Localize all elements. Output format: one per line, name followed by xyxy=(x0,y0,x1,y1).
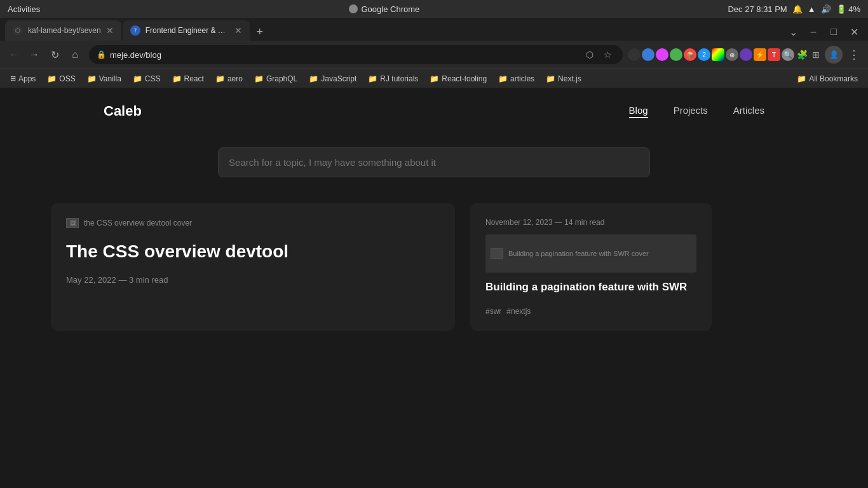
side-post-cover-alt: Building a pagination feature with SWR c… xyxy=(508,250,649,257)
datetime: Dec 27 8:31 PM xyxy=(728,4,787,14)
ext-icon-5[interactable]: 📦 xyxy=(684,48,696,61)
bookmark-graphql[interactable]: 📁 GraphQL xyxy=(249,73,302,85)
home-button[interactable]: ⌂ xyxy=(66,46,84,64)
post-meta: May 22, 2022 — 3 min read xyxy=(66,275,440,285)
tab-kaf-lamed[interactable]: ⬡ kaf-lamed-beyt/seven ✕ xyxy=(5,20,121,41)
bookmark-articles-label: articles xyxy=(510,74,534,83)
bookmark-css[interactable]: 📁 CSS xyxy=(128,73,166,85)
close-button[interactable]: ✕ xyxy=(845,23,863,41)
website-content: Caleb Blog Projects Articles 🖼 the CSS o… xyxy=(0,88,868,488)
back-button[interactable]: ← xyxy=(5,46,23,64)
bookmark-react-label: React xyxy=(184,74,204,83)
tab-label-2: Frontend Engineer & Edu... xyxy=(146,26,229,35)
tab-search-button[interactable]: ⌄ xyxy=(784,23,802,41)
folder-icon-react: 📁 xyxy=(172,74,182,83)
ext-icon-2[interactable] xyxy=(642,48,654,61)
side-post-card[interactable]: November 12, 2023 — 14 min read Building… xyxy=(470,203,712,331)
bookmark-aero-label: aero xyxy=(227,74,243,83)
bookmark-all-bookmarks[interactable]: 📁 All Bookmarks xyxy=(792,73,863,85)
nav-blog[interactable]: Blog xyxy=(629,105,648,118)
bookmark-vanilla-label: Vanilla xyxy=(99,74,121,83)
forward-button[interactable]: → xyxy=(25,46,43,64)
chrome-menu-button[interactable]: ⋮ xyxy=(845,46,863,64)
tab-frontend[interactable]: 7 Frontend Engineer & Edu... ✕ xyxy=(123,20,250,41)
app-name: Google Chrome xyxy=(362,4,420,14)
bookmark-nextjs-label: Next.js xyxy=(558,74,581,83)
folder-icon-articles: 📁 xyxy=(498,74,508,83)
bookmark-react-tooling[interactable]: 📁 React-tooling xyxy=(424,73,492,85)
bookmark-apps[interactable]: ⊞ Apps xyxy=(5,73,41,85)
tab-close-1[interactable]: ✕ xyxy=(106,25,114,36)
os-topbar: Activities Google Chrome Dec 27 8:31 PM … xyxy=(0,0,868,18)
tab-bar-controls: ⌄ – □ ✕ xyxy=(784,23,863,41)
folder-icon-all: 📁 xyxy=(797,74,806,83)
posts-grid: 🖼 the CSS overview devtool cover The CSS… xyxy=(0,203,763,356)
minimize-button[interactable]: – xyxy=(804,23,822,41)
folder-icon-aero: 📁 xyxy=(215,74,225,83)
extensions-button[interactable]: 🧩 xyxy=(796,48,808,61)
address-text: meje.dev/blog xyxy=(110,50,578,60)
folder-icon-vanilla: 📁 xyxy=(87,74,97,83)
ext-icon-12[interactable]: 🔍 xyxy=(782,48,794,61)
bookmark-react-tooling-label: React-tooling xyxy=(442,74,487,83)
tab-close-2[interactable]: ✕ xyxy=(234,25,242,36)
post-cover-image: 🖼 xyxy=(66,218,79,228)
address-bar: ← → ↻ ⌂ 🔒 meje.dev/blog ⬡ ☆ 📦 2 ⊕ ⚡ T 🔍 … xyxy=(0,41,868,69)
ext-icon-11[interactable]: T xyxy=(768,48,780,61)
ext-icon-1[interactable] xyxy=(628,48,641,61)
ext-icon-10[interactable]: ⚡ xyxy=(754,48,766,61)
bookmark-rj-tutorials[interactable]: 📁 RJ tutorials xyxy=(363,73,423,85)
bookmark-vanilla[interactable]: 📁 Vanilla xyxy=(82,73,126,85)
folder-icon-react-tooling: 📁 xyxy=(430,74,439,83)
profile-button[interactable]: 👤 xyxy=(825,46,843,64)
bookmark-javascript[interactable]: 📁 JavaScript xyxy=(304,73,362,85)
folder-icon-oss: 📁 xyxy=(47,74,57,83)
bookmark-oss[interactable]: 📁 OSS xyxy=(42,73,80,85)
chrome-favicon xyxy=(349,4,358,13)
security-lock-icon: 🔒 xyxy=(97,50,106,59)
bookmark-react[interactable]: 📁 React xyxy=(167,73,209,85)
address-input-container[interactable]: 🔒 meje.dev/blog ⬡ ☆ xyxy=(89,45,623,64)
search-container xyxy=(218,147,650,177)
ext-icon-7[interactable] xyxy=(712,48,724,61)
bookmark-apps-label: Apps xyxy=(18,74,36,83)
bookmark-star-button[interactable]: ☆ xyxy=(600,47,615,62)
folder-icon-nextjs: 📁 xyxy=(546,74,555,83)
search-input[interactable] xyxy=(218,147,650,177)
bookmark-graphql-label: GraphQL xyxy=(266,74,297,83)
maximize-button[interactable]: □ xyxy=(825,23,843,41)
side-post-meta: November 12, 2023 — 14 min read xyxy=(485,218,696,227)
bookmark-aero[interactable]: 📁 aero xyxy=(210,73,248,85)
main-post-card[interactable]: 🖼 the CSS overview devtool cover The CSS… xyxy=(51,203,455,331)
bookmark-articles[interactable]: 📁 articles xyxy=(493,73,539,85)
bookmarks-bar: ⊞ Apps 📁 OSS 📁 Vanilla 📁 CSS 📁 React 📁 a… xyxy=(0,69,868,88)
tag-nextjs: #nextjs xyxy=(506,307,531,316)
browser-frame: ⬡ kaf-lamed-beyt/seven ✕ 7 Frontend Engi… xyxy=(0,18,868,88)
nav-articles[interactable]: Articles xyxy=(733,105,764,118)
activities-button[interactable]: Activities xyxy=(8,4,40,14)
folder-icon-css: 📁 xyxy=(133,74,142,83)
bookmark-javascript-label: JavaScript xyxy=(321,74,356,83)
post-cover-alt: the CSS overview devtool cover xyxy=(84,219,192,227)
folder-icon-graphql: 📁 xyxy=(254,74,264,83)
ext-icon-4[interactable] xyxy=(670,48,682,61)
share-button[interactable]: ⬡ xyxy=(582,47,597,62)
ext-icon-6[interactable]: 2 xyxy=(698,48,710,61)
sidebar-button[interactable]: ⊞ xyxy=(810,48,822,61)
volume-icon: 🔊 xyxy=(821,4,831,14)
side-post-cover-container: Building a pagination feature with SWR c… xyxy=(485,234,696,273)
bookmark-nextjs[interactable]: 📁 Next.js xyxy=(541,73,587,85)
nav-projects[interactable]: Projects xyxy=(674,105,708,118)
wifi-icon: ▲ xyxy=(808,4,816,14)
ext-icon-3[interactable] xyxy=(656,48,668,61)
ext-icon-8[interactable]: ⊕ xyxy=(726,48,738,61)
folder-icon-javascript: 📁 xyxy=(309,74,318,83)
new-tab-button[interactable]: + xyxy=(251,23,269,41)
site-nav-links: Blog Projects Articles xyxy=(629,105,764,118)
reload-button[interactable]: ↻ xyxy=(46,46,64,64)
tab-favicon-2: 7 xyxy=(130,25,140,36)
ext-icon-9[interactable] xyxy=(740,48,752,61)
bookmark-css-label: CSS xyxy=(145,74,161,83)
site-logo[interactable]: Caleb xyxy=(104,103,142,119)
tab-bar: ⬡ kaf-lamed-beyt/seven ✕ 7 Frontend Engi… xyxy=(0,18,868,41)
